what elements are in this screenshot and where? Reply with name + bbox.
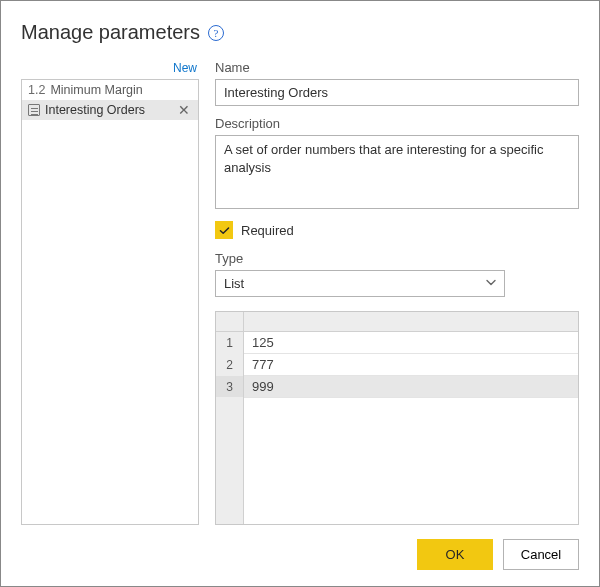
description-input[interactable]: A set of order numbers that are interest… [215,135,579,209]
numeric-icon: 1.2 [28,83,45,97]
name-label: Name [215,60,579,75]
parameter-list[interactable]: 1.2Minimum MarginInteresting Orders✕ [21,79,199,525]
dialog-header: Manage parameters ? [21,21,579,44]
required-label: Required [241,223,294,238]
list-icon [28,104,40,116]
help-icon[interactable]: ? [208,25,224,41]
new-parameter-link[interactable]: New [173,61,197,75]
required-row: Required [215,221,579,239]
close-icon[interactable]: ✕ [176,103,192,117]
type-select[interactable] [215,270,505,297]
checkmark-icon [218,224,231,237]
name-input[interactable] [215,79,579,106]
parameter-item-label: Minimum Margin [50,83,142,97]
parameter-list-toolbar: New [21,58,199,79]
required-checkbox[interactable] [215,221,233,239]
dialog-title: Manage parameters [21,21,200,44]
grid-body: 112527773999 [216,332,578,524]
cancel-button[interactable]: Cancel [503,539,579,570]
parameter-form: Name Description A set of order numbers … [215,58,579,525]
cell-value[interactable]: 777 [244,354,578,375]
type-label: Type [215,251,579,266]
dialog-body: New 1.2Minimum MarginInteresting Orders✕… [21,58,579,525]
grid-header [216,312,578,332]
parameter-list-panel: New 1.2Minimum MarginInteresting Orders✕ [21,58,199,525]
cell-value[interactable]: 125 [244,332,578,353]
row-number: 3 [216,376,244,397]
row-number: 2 [216,354,244,375]
table-row[interactable]: 1125 [244,332,578,354]
manage-parameters-dialog: Manage parameters ? New 1.2Minimum Margi… [0,0,600,587]
parameter-list-item[interactable]: Interesting Orders✕ [22,100,198,120]
description-label: Description [215,116,579,131]
values-grid[interactable]: 112527773999 [215,311,579,525]
table-row[interactable]: 3999 [244,376,578,398]
cell-value[interactable]: 999 [244,376,578,397]
type-select-wrap [215,270,505,297]
row-number: 1 [216,332,244,353]
dialog-footer: OK Cancel [21,539,579,570]
parameter-item-label: Interesting Orders [45,103,145,117]
ok-button[interactable]: OK [417,539,493,570]
table-row[interactable]: 2777 [244,354,578,376]
parameter-list-item[interactable]: 1.2Minimum Margin [22,80,198,100]
grid-corner [216,312,244,331]
grid-rows: 112527773999 [244,332,578,524]
